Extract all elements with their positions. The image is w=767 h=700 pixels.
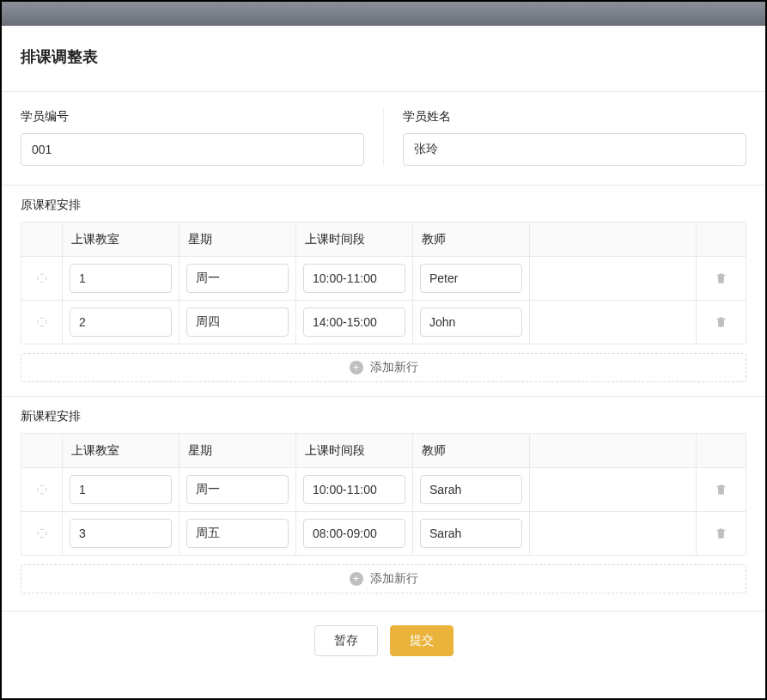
add-row-label: 添加新行 xyxy=(370,571,418,587)
time-input[interactable] xyxy=(303,264,405,293)
col-room: 上课教室 xyxy=(63,434,180,468)
table-row xyxy=(21,301,746,344)
trash-icon[interactable] xyxy=(703,315,739,329)
room-input[interactable] xyxy=(70,475,172,504)
col-day: 星期 xyxy=(180,222,296,257)
room-input[interactable] xyxy=(70,264,172,293)
col-time: 上课时间段 xyxy=(296,222,413,257)
col-teacher: 教师 xyxy=(413,434,530,468)
col-time: 上课时间段 xyxy=(296,434,413,468)
teacher-input[interactable] xyxy=(420,475,522,504)
teacher-input[interactable] xyxy=(420,519,522,548)
trash-icon[interactable] xyxy=(703,527,739,540)
window-topbar xyxy=(2,2,765,26)
original-schedule-table: 上课教室 星期 上课时间段 教师 xyxy=(21,222,746,344)
add-row-label: 添加新行 xyxy=(370,360,418,375)
student-name-label: 学员姓名 xyxy=(403,109,746,125)
drag-handle-icon[interactable] xyxy=(28,316,55,328)
day-input[interactable] xyxy=(186,307,289,337)
teacher-input[interactable] xyxy=(420,307,522,337)
submit-button[interactable]: 提交 xyxy=(390,625,454,656)
original-schedule-title: 原课程安排 xyxy=(21,198,746,213)
day-input[interactable] xyxy=(186,519,289,548)
new-schedule-table: 上课教室 星期 上课时间段 教师 xyxy=(21,433,746,556)
trash-icon[interactable] xyxy=(703,271,739,285)
new-schedule-title: 新课程安排 xyxy=(21,409,746,424)
student-id-input[interactable] xyxy=(21,133,364,166)
drag-handle-icon[interactable] xyxy=(28,527,55,539)
save-draft-button[interactable]: 暂存 xyxy=(314,625,378,656)
add-row-button[interactable]: + 添加新行 xyxy=(21,564,746,593)
col-teacher: 教师 xyxy=(413,222,530,257)
time-input[interactable] xyxy=(303,475,405,504)
teacher-input[interactable] xyxy=(420,264,522,293)
table-row xyxy=(21,468,746,512)
room-input[interactable] xyxy=(70,307,172,337)
plus-circle-icon: + xyxy=(350,572,363,586)
table-row xyxy=(21,257,746,301)
add-row-button[interactable]: + 添加新行 xyxy=(21,353,746,382)
time-input[interactable] xyxy=(303,519,405,548)
day-input[interactable] xyxy=(186,264,289,293)
trash-icon[interactable] xyxy=(703,483,739,496)
drag-handle-icon[interactable] xyxy=(28,272,55,284)
room-input[interactable] xyxy=(70,519,172,548)
student-name-input[interactable] xyxy=(403,133,746,166)
drag-handle-icon[interactable] xyxy=(28,484,55,496)
table-row xyxy=(21,512,746,556)
student-id-label: 学员编号 xyxy=(21,109,364,125)
col-day: 星期 xyxy=(180,434,296,468)
table-header-row: 上课教室 星期 上课时间段 教师 xyxy=(21,434,746,468)
time-input[interactable] xyxy=(303,307,405,337)
day-input[interactable] xyxy=(186,475,289,504)
col-room: 上课教室 xyxy=(63,222,180,257)
table-header-row: 上课教室 星期 上课时间段 教师 xyxy=(21,222,746,257)
plus-circle-icon: + xyxy=(350,361,363,374)
page-title: 排课调整表 xyxy=(21,46,746,67)
